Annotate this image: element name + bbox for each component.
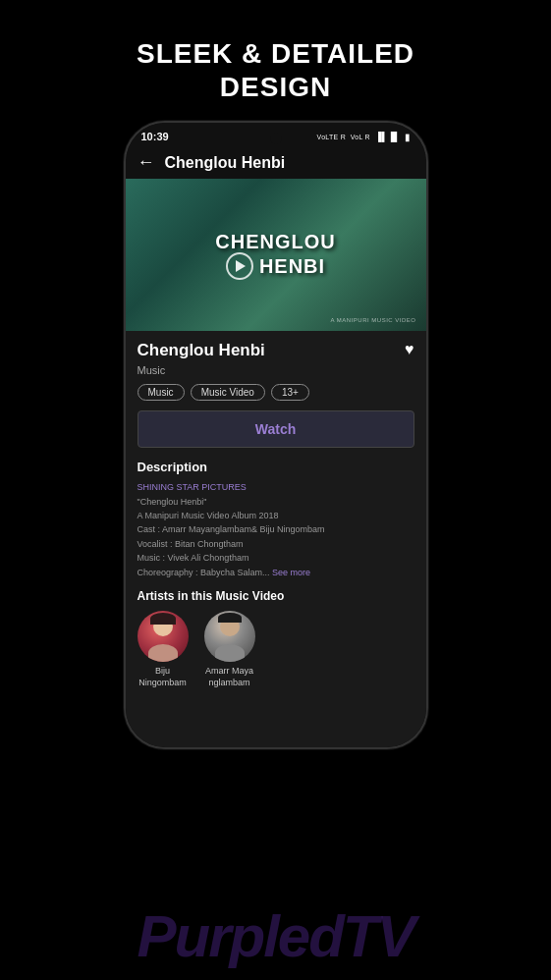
see-more-link[interactable]: See more: [272, 568, 310, 577]
signal-icon: ▐▌▐▌: [375, 132, 401, 141]
tag-music-video[interactable]: Music Video: [191, 384, 265, 401]
publisher-name: SHINING STAR PICTURES: [138, 482, 247, 492]
artists-row: Biju Ningombam Amarr Maya: [138, 611, 414, 688]
video-thumbnail[interactable]: CHENGLOU HENBI A MANIPURI MUSIC VIDEO: [126, 179, 426, 331]
network-text: VoLTE R VoL R: [317, 134, 370, 140]
tag-music[interactable]: Music: [138, 384, 185, 401]
phone-camera: [270, 133, 282, 144]
tags-row: Music Music Video 13+: [138, 384, 414, 401]
artist-item-0[interactable]: Biju Ningombam: [138, 611, 189, 688]
genre-label: Music: [138, 364, 414, 376]
header-title: Chenglou Henbi: [165, 154, 286, 172]
status-time: 10:39: [141, 131, 169, 142]
favorite-button[interactable]: ♥: [405, 341, 414, 358]
status-icons: VoLTE R VoL R ▐▌▐▌ ▮: [317, 132, 411, 142]
page-title: SLEEK & DETAILED DESIGN: [137, 37, 414, 103]
artists-section-title: Artists in this Music Video: [138, 589, 414, 603]
brand-watermark: PurpledTV: [137, 902, 413, 970]
play-button[interactable]: [226, 252, 253, 280]
artist-avatar-1: [204, 611, 255, 662]
top-bar: ← Chenglou Henbi: [126, 146, 426, 179]
phone-mockup: 10:39 VoLTE R VoL R ▐▌▐▌ ▮ ← Chenglou He…: [124, 121, 428, 749]
artist-avatar-0: [138, 611, 189, 662]
artist-item-1[interactable]: Amarr Maya nglambam: [204, 611, 255, 688]
song-header: Chenglou Henbi ♥: [138, 341, 414, 360]
tag-rating[interactable]: 13+: [271, 384, 309, 401]
phone-screen: 10:39 VoLTE R VoL R ▐▌▐▌ ▮ ← Chenglou He…: [126, 123, 426, 747]
thumbnail-subtitle: A MANIPURI MUSIC VIDEO: [330, 317, 415, 323]
content-area: Chenglou Henbi ♥ Music Music Music Video…: [126, 331, 426, 747]
description-title: Description: [138, 460, 414, 474]
watch-button[interactable]: Watch: [138, 410, 414, 448]
phone-shell: 10:39 VoLTE R VoL R ▐▌▐▌ ▮ ← Chenglou He…: [124, 121, 428, 749]
artist-name-0: Biju Ningombam: [138, 666, 187, 688]
artist-name-1: Amarr Maya nglambam: [205, 666, 253, 688]
battery-icon: ▮: [405, 132, 411, 142]
thumbnail-title: CHENGLOU HENBI: [215, 231, 335, 280]
back-button[interactable]: ←: [138, 152, 155, 173]
description-body: SHINING STAR PICTURES "Chenglou Henbi" A…: [138, 480, 414, 579]
song-title: Chenglou Henbi: [138, 341, 265, 360]
